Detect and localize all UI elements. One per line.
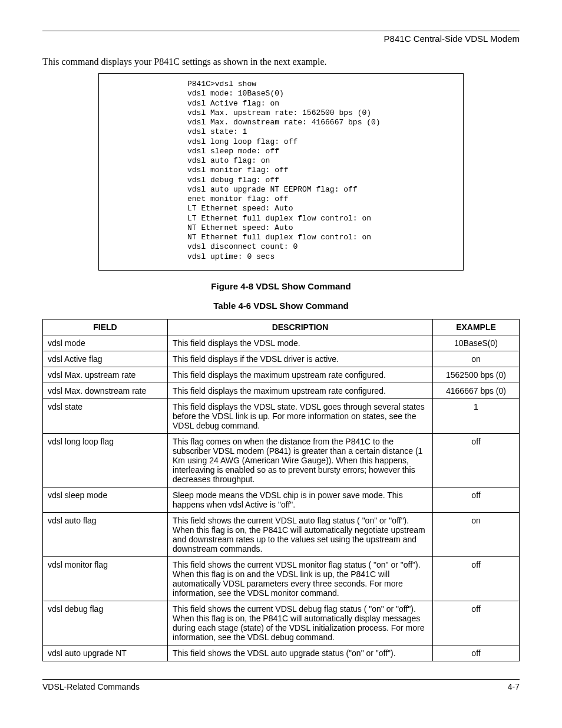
cell-description: This field shows the VDSL auto upgrade s… [168,645,433,661]
table-row: vdsl sleep mode Sleep mode means the VDS… [43,487,520,512]
cell-field: vdsl long loop flag [43,433,168,487]
cell-description: This field shows the current VDSL monito… [168,556,433,601]
cell-field: vdsl auto flag [43,512,168,556]
table-caption: Table 4-6 VDSL Show Command [42,301,520,311]
table-row: vdsl long loop flag This flag comes on w… [43,433,520,487]
table-row: vdsl auto upgrade NT This field shows th… [43,645,520,661]
cell-field: vdsl debug flag [43,601,168,645]
vdsl-show-table: FIELD DESCRIPTION EXAMPLE vdsl mode This… [42,319,520,661]
cell-example: off [433,601,520,645]
col-header-example: EXAMPLE [433,319,520,335]
cell-description: This field displays if the VDSL driver i… [168,351,433,367]
table-row: vdsl auto flag This field shows the curr… [43,512,520,556]
cell-description: This field shows the current VDSL debug … [168,601,433,645]
table-row: vdsl state This field displays the VDSL … [43,398,520,433]
cell-field: vdsl mode [43,335,168,351]
header-rule [42,31,520,31]
cell-description: This field displays the VDSL state. VDSL… [168,398,433,433]
table-row: vdsl Max. upstream rate This field displ… [43,367,520,383]
intro-paragraph: This command displays your P841C setting… [42,57,520,67]
cell-field: vdsl Max. downstream rate [43,383,168,398]
footer-right: 4-7 [508,682,520,691]
page-footer: VDSL-Related Commands 4-7 [42,679,520,691]
page-header-title: P841C Central-Side VDSL Modem [42,34,520,44]
cell-field: vdsl state [43,398,168,433]
cell-example: 1562500 bps (0) [433,367,520,383]
cell-description: This field displays the maximum upstream… [168,367,433,383]
cell-example: off [433,556,520,601]
table-row: vdsl debug flag This field shows the cur… [43,601,520,645]
cell-description: Sleep mode means the VDSL chip is in pow… [168,487,433,512]
cell-description: This field displays the maximum upstream… [168,383,433,398]
cell-description: This field displays the VDSL mode. [168,335,433,351]
cell-example: on [433,512,520,556]
col-header-description: DESCRIPTION [168,319,433,335]
figure-caption: Figure 4-8 VDSL Show Command [42,281,520,291]
table-row: vdsl Active flag This field displays if … [43,351,520,367]
cell-field: vdsl Max. upstream rate [43,367,168,383]
col-header-field: FIELD [43,319,168,335]
cell-example: 1 [433,398,520,433]
cell-example: 10BaseS(0) [433,335,520,351]
cell-field: vdsl monitor flag [43,556,168,601]
table-row: vdsl mode This field displays the VDSL m… [43,335,520,351]
terminal-output: P841C>vdsl show vdsl mode: 10BaseS(0) vd… [98,73,464,271]
table-row: vdsl monitor flag This field shows the c… [43,556,520,601]
footer-left: VDSL-Related Commands [42,682,140,691]
cell-description: This flag comes on when the distance fro… [168,433,433,487]
cell-field: vdsl auto upgrade NT [43,645,168,661]
table-row: vdsl Max. downstream rate This field dis… [43,383,520,398]
cell-example: off [433,433,520,487]
cell-field: vdsl sleep mode [43,487,168,512]
table-header-row: FIELD DESCRIPTION EXAMPLE [43,319,520,335]
cell-field: vdsl Active flag [43,351,168,367]
cell-description: This field shows the current VDSL auto f… [168,512,433,556]
cell-example: off [433,645,520,661]
cell-example: on [433,351,520,367]
cell-example: off [433,487,520,512]
cell-example: 4166667 bps (0) [433,383,520,398]
